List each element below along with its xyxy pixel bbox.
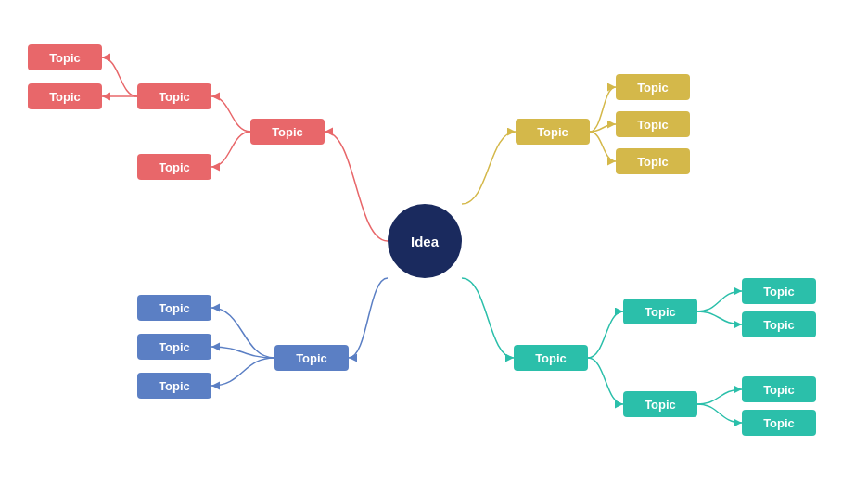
- topic-node-r5[interactable]: Topic: [137, 154, 211, 180]
- topic-node-r2[interactable]: Topic: [28, 83, 102, 109]
- topic-node-y4[interactable]: Topic: [616, 148, 690, 174]
- topic-node-r4[interactable]: Topic: [250, 119, 325, 145]
- topic-node-b2[interactable]: Topic: [137, 295, 211, 321]
- topic-node-y2[interactable]: Topic: [616, 74, 690, 100]
- topic-node-r3[interactable]: Topic: [137, 83, 211, 109]
- topic-node-t1[interactable]: Topic: [514, 345, 588, 371]
- topic-node-b1[interactable]: Topic: [274, 345, 349, 371]
- topic-node-t6[interactable]: Topic: [742, 376, 816, 402]
- topic-node-t4[interactable]: Topic: [742, 311, 816, 337]
- topic-node-t5[interactable]: Topic: [623, 391, 697, 417]
- mind-map-canvas: IdeaTopicTopicTopicTopicTopicTopicTopicT…: [0, 0, 868, 483]
- topic-node-t7[interactable]: Topic: [742, 410, 816, 436]
- topic-node-b3[interactable]: Topic: [137, 334, 211, 360]
- center-node[interactable]: Idea: [388, 204, 462, 278]
- topic-node-r1[interactable]: Topic: [28, 44, 102, 70]
- topic-node-b4[interactable]: Topic: [137, 373, 211, 399]
- topic-node-y3[interactable]: Topic: [616, 111, 690, 137]
- topic-node-t3[interactable]: Topic: [742, 278, 816, 304]
- topic-node-y1[interactable]: Topic: [516, 119, 590, 145]
- topic-node-t2[interactable]: Topic: [623, 299, 697, 324]
